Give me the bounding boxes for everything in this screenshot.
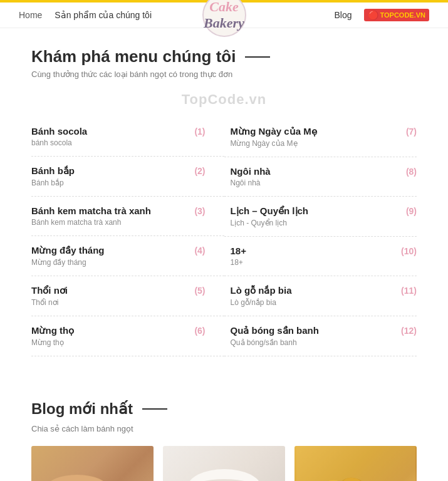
- blog-subtitle: Chia sẻ cách làm bánh ngọt: [31, 424, 417, 433]
- menu-item-5[interactable]: Thổi nơi (5) Thổi nơi: [31, 276, 224, 316]
- blog-card-3[interactable]: 2020-06-04 22:48:25 BÁNH SỮA TƯƠI - CÁI …: [294, 446, 417, 481]
- menu-item-2-count: (2): [194, 166, 205, 176]
- menu-item-11-title: Lò gỗ nắp bia: [231, 285, 292, 296]
- menu-item-12-count: (12): [401, 326, 417, 336]
- menu-item-9-sub: Lịch - Quyển lịch: [231, 219, 417, 227]
- menu-item-3-count: (3): [194, 206, 205, 216]
- logo-cake-text: Cake: [209, 0, 238, 15]
- blog-card-1-img: [31, 446, 154, 481]
- menu-item-7-count: (7): [406, 127, 417, 137]
- topcode-badge: 🔴 TOPCODE.VN: [364, 9, 429, 21]
- menu-item-11[interactable]: Lò gỗ nắp bia (11) Lò gỗ/nắp bia: [224, 276, 417, 316]
- nav-right: Blog 🔴 TOPCODE.VN: [334, 9, 429, 21]
- blog-card-3-img: [294, 446, 417, 481]
- menu-item-9[interactable]: Lịch – Quyển lịch (9) Lịch - Quyển lịch: [224, 197, 417, 237]
- menu-item-3-title: Bánh kem matcha trà xanh: [31, 205, 151, 216]
- menu-item-6[interactable]: Mừng thọ (6) Mừng thọ: [31, 316, 224, 356]
- menu-item-12-sub: Quả bóng/sần banh: [231, 338, 417, 347]
- menu-item-9-title: Lịch – Quyển lịch: [231, 205, 309, 217]
- menu-item-11-count: (11): [401, 286, 417, 296]
- blog-card-2[interactable]: 2020-06-04 22:48:17 Bánh sữa chua có ngu…: [163, 446, 285, 481]
- blog-card-2-img: [163, 446, 285, 481]
- menu-item-1[interactable]: Bánh socola (1) bánh socola: [31, 117, 224, 157]
- menu-item-8-sub: Ngôi nhà: [231, 178, 417, 187]
- spacer: [0, 375, 448, 400]
- blog-section: Blog mới nhất Chia sẻ cách làm bánh ngọt: [0, 400, 448, 481]
- menu-item-6-count: (6): [194, 326, 205, 336]
- menu-item-7[interactable]: Mừng Ngày của Mẹ (7) Mừng Ngày của Mẹ: [224, 117, 417, 157]
- menu-item-8-title: Ngôi nhà: [231, 166, 271, 177]
- topcode-icon: 🔴: [368, 10, 378, 20]
- menu-grid: Bánh socola (1) bánh socola Bánh bắp (2)…: [31, 117, 417, 356]
- menu-item-4[interactable]: Mừng đầy tháng (4) Mừng đầy tháng: [31, 236, 224, 276]
- menu-right-col: Mừng Ngày của Mẹ (7) Mừng Ngày của Mẹ Ng…: [224, 117, 417, 356]
- logo-circle: Cake Bakery: [202, 0, 246, 37]
- navbar: Home Sản phẩm của chúng tôi Cake Bakery …: [0, 3, 448, 28]
- menu-subtitle: Cùng thưởng thức các loại bánh ngọt có t…: [31, 70, 417, 79]
- main-content: Khám phá menu chúng tôi Cùng thưởng thức…: [0, 28, 448, 375]
- svg-rect-12: [296, 446, 415, 481]
- menu-item-1-count: (1): [194, 127, 205, 137]
- menu-item-4-count: (4): [194, 246, 205, 256]
- menu-item-5-count: (5): [194, 286, 205, 296]
- topcode-watermark: TopCode.vn: [31, 91, 417, 108]
- menu-item-1-title: Bánh socola: [31, 126, 87, 137]
- menu-item-10[interactable]: 18+ (10) 18+: [224, 237, 417, 276]
- topcode-text: TOPCODE.VN: [380, 11, 425, 19]
- menu-item-6-sub: Mừng thọ: [31, 338, 206, 347]
- menu-item-6-title: Mừng thọ: [31, 325, 74, 336]
- blog-card-1[interactable]: 2020-06-04 22:48:09 Bánh mì bơ sữa – Món…: [31, 446, 154, 481]
- menu-item-3[interactable]: Bánh kem matcha trà xanh (3) Bánh kem ma…: [31, 197, 224, 236]
- menu-item-10-title: 18+: [231, 246, 246, 256]
- menu-item-8-count: (8): [406, 167, 417, 177]
- menu-item-11-sub: Lò gỗ/nắp bia: [231, 298, 417, 307]
- menu-item-1-sub: bánh socola: [31, 138, 206, 147]
- nav-home[interactable]: Home: [19, 10, 42, 20]
- menu-item-4-sub: Mừng đầy tháng: [31, 258, 206, 267]
- nav-products[interactable]: Sản phẩm của chúng tôi: [55, 10, 152, 20]
- menu-item-2[interactable]: Bánh bắp (2) Bánh bắp: [31, 157, 224, 197]
- menu-item-5-title: Thổi nơi: [31, 285, 68, 296]
- menu-item-8[interactable]: Ngôi nhà (8) Ngôi nhà: [224, 157, 417, 197]
- menu-item-9-count: (9): [406, 206, 417, 216]
- logo-bakery-text: Bakery: [204, 15, 244, 31]
- menu-section-header: Khám phá menu chúng tôi Cùng thưởng thức…: [31, 47, 417, 79]
- menu-item-7-sub: Mừng Ngày của Mẹ: [231, 139, 417, 148]
- menu-item-5-sub: Thổi nơi: [31, 298, 206, 307]
- svg-point-2: [46, 475, 108, 481]
- menu-item-7-title: Mừng Ngày của Mẹ: [231, 126, 317, 137]
- menu-item-3-sub: Bánh kem matcha trà xanh: [31, 218, 206, 227]
- nav-blog[interactable]: Blog: [334, 10, 352, 20]
- menu-title: Khám phá menu chúng tôi: [31, 47, 417, 66]
- blog-cards: 2020-06-04 22:48:09 Bánh mì bơ sữa – Món…: [31, 446, 417, 481]
- menu-left-col: Bánh socola (1) bánh socola Bánh bắp (2)…: [31, 117, 224, 356]
- menu-item-10-sub: 18+: [231, 258, 417, 267]
- blog-title: Blog mới nhất: [31, 400, 417, 418]
- nav-left: Home Sản phẩm của chúng tôi: [19, 10, 152, 20]
- menu-item-12-title: Quả bóng sần banh: [231, 325, 319, 336]
- menu-item-12[interactable]: Quả bóng sần banh (12) Quả bóng/sần banh: [224, 316, 417, 356]
- menu-item-10-count: (10): [401, 246, 417, 256]
- nav-logo: Cake Bakery: [202, 0, 246, 37]
- blog-header: Blog mới nhất: [31, 400, 417, 418]
- menu-item-2-title: Bánh bắp: [31, 165, 75, 177]
- menu-item-4-title: Mừng đầy tháng: [31, 245, 105, 256]
- menu-item-2-sub: Bánh bắp: [31, 178, 206, 187]
